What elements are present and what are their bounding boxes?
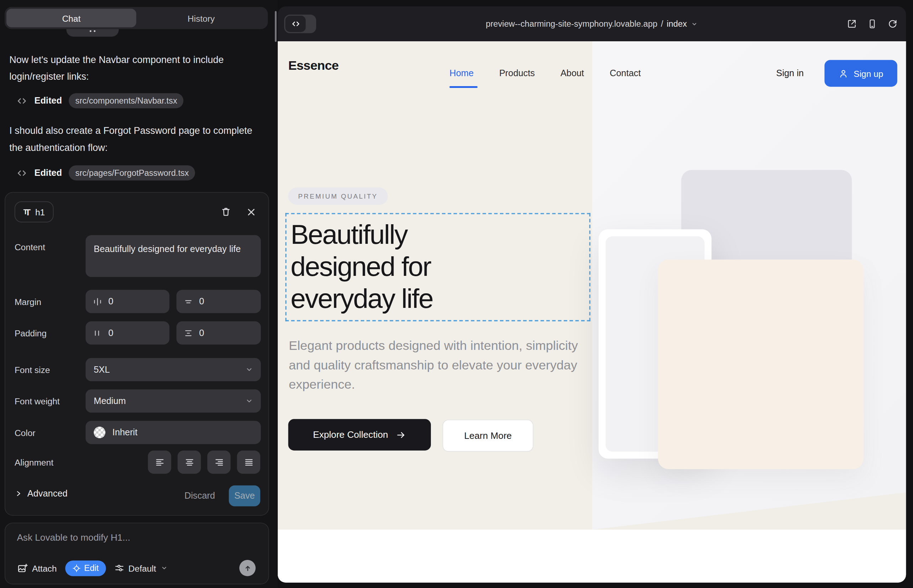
align-left-button[interactable]	[148, 451, 171, 474]
margin-y-input[interactable]: 0	[176, 290, 261, 313]
site-preview: Essence Home Products About Contact Sign…	[278, 41, 906, 583]
target-icon	[72, 564, 81, 573]
site-nav: Home Products About Contact	[449, 68, 641, 78]
sign-in-link[interactable]: Sign in	[776, 68, 804, 78]
url-separator: /	[661, 19, 664, 29]
color-label: Color	[15, 428, 36, 438]
chevron-right-icon	[15, 489, 23, 498]
user-icon	[839, 68, 848, 78]
url-page: index	[667, 19, 687, 29]
hero-image-placeholder-beige	[658, 260, 863, 469]
image-plus-icon	[17, 562, 28, 573]
font-weight-value: Medium	[94, 396, 126, 406]
hero-paragraph: Elegant products designed with intention…	[289, 336, 580, 394]
chat-panel: Chat History Now let's update the Navbar…	[0, 0, 278, 588]
site-logo[interactable]: Essence	[288, 58, 338, 74]
padding-x-input[interactable]: 0	[86, 321, 169, 344]
margin-x-value: 0	[108, 296, 113, 307]
content-label: Content	[15, 242, 45, 252]
url-host: preview--charming-site-symphony.lovable.…	[486, 19, 657, 29]
nav-link-home[interactable]: Home	[449, 68, 474, 78]
send-button[interactable]	[239, 560, 256, 576]
chat-history-tabs: Chat History	[5, 7, 268, 29]
tab-chat[interactable]: Chat	[6, 9, 136, 27]
font-weight-select[interactable]: Medium	[86, 389, 261, 412]
element-tag-name: h1	[35, 207, 45, 217]
margin-vertical-icon	[183, 297, 193, 307]
chat-scrollbar[interactable]	[275, 11, 277, 42]
font-size-label: Font size	[15, 365, 50, 375]
margin-horizontal-icon	[92, 297, 102, 307]
open-external-icon[interactable]	[847, 18, 857, 29]
chevron-down-icon	[244, 365, 254, 374]
chevron-down-icon	[690, 20, 698, 27]
edited-file-row[interactable]: Edited src/pages/ForgotPassword.tsx	[16, 165, 196, 181]
explore-collection-button[interactable]: Explore Collection	[288, 419, 431, 450]
assistant-message: I should also create a Forgot Password p…	[9, 122, 263, 156]
previous-message-bubble	[66, 29, 118, 37]
margin-label: Margin	[15, 297, 41, 307]
mode-select[interactable]: Default	[114, 563, 168, 573]
url-bar[interactable]: preview--charming-site-symphony.lovable.…	[278, 6, 906, 41]
code-icon	[16, 167, 28, 178]
mobile-view-icon[interactable]	[867, 18, 877, 29]
nav-link-contact[interactable]: Contact	[610, 68, 641, 78]
preview-window: preview--charming-site-symphony.lovable.…	[278, 6, 906, 583]
discard-button[interactable]: Discard	[180, 491, 220, 501]
advanced-label: Advanced	[28, 488, 68, 499]
chevron-down-icon	[160, 564, 168, 572]
edited-file-row[interactable]: Edited src/components/Navbar.tsx	[16, 93, 184, 108]
advanced-toggle[interactable]: Advanced	[15, 488, 68, 499]
element-tag-pill[interactable]: TT h1	[15, 202, 54, 223]
color-select[interactable]: Inherit	[86, 421, 261, 444]
nav-link-products[interactable]: Products	[499, 68, 535, 78]
nav-link-about[interactable]: About	[560, 68, 584, 78]
align-right-button[interactable]	[207, 451, 230, 474]
edited-label: Edited	[34, 95, 62, 106]
file-chip[interactable]: src/pages/ForgotPassword.tsx	[69, 165, 196, 181]
lovable-app: Chat History Now let's update the Navbar…	[0, 0, 913, 588]
tab-history[interactable]: History	[136, 9, 266, 27]
margin-x-input[interactable]: 0	[86, 290, 169, 313]
save-button[interactable]: Save	[229, 486, 260, 507]
attach-label: Attach	[32, 563, 57, 573]
element-editor-panel: TT h1 Content Beautifully designed for e…	[5, 192, 269, 516]
sliders-icon	[114, 563, 124, 573]
chat-composer[interactable]: Ask Lovable to modify H1... Attach Edit	[5, 522, 269, 584]
premium-quality-badge: PREMIUM QUALITY	[288, 187, 387, 205]
arrow-up-icon	[243, 564, 252, 573]
padding-horizontal-icon	[92, 328, 102, 338]
font-size-select[interactable]: 5XL	[86, 358, 261, 381]
align-justify-button[interactable]	[237, 451, 260, 474]
padding-y-value: 0	[199, 328, 204, 338]
learn-more-button[interactable]: Learn More	[443, 420, 533, 452]
edit-mode-button[interactable]: Edit	[65, 560, 105, 576]
edited-label: Edited	[34, 168, 62, 178]
mode-label: Default	[129, 563, 156, 573]
composer-placeholder[interactable]: Ask Lovable to modify H1...	[17, 533, 130, 543]
font-size-value: 5XL	[94, 365, 110, 375]
margin-y-value: 0	[199, 296, 204, 307]
delete-element-button[interactable]	[219, 205, 232, 218]
padding-vertical-icon	[183, 328, 193, 338]
hero-heading[interactable]: Beautifully designed for everyday life	[291, 218, 433, 314]
content-input[interactable]: Beautifully designed for everyday life	[86, 235, 261, 277]
close-editor-button[interactable]	[244, 205, 257, 218]
arrow-right-icon	[396, 430, 406, 440]
sign-up-label: Sign up	[853, 68, 883, 78]
padding-label: Padding	[15, 328, 47, 338]
color-swatch	[94, 427, 105, 438]
chevron-down-icon	[244, 396, 254, 406]
alignment-label: Alignment	[15, 457, 53, 467]
padding-y-input[interactable]: 0	[176, 321, 261, 344]
sign-up-button[interactable]: Sign up	[824, 60, 897, 87]
attach-button[interactable]: Attach	[17, 562, 57, 573]
align-center-button[interactable]	[178, 451, 201, 474]
file-chip[interactable]: src/components/Navbar.tsx	[69, 93, 184, 108]
padding-x-value: 0	[108, 328, 113, 338]
assistant-message: Now let's update the Navbar component to…	[9, 51, 263, 85]
h1-selection-outline[interactable]: Beautifully designed for everyday life	[285, 213, 590, 321]
type-icon: TT	[23, 207, 30, 217]
font-weight-label: Font weight	[15, 396, 60, 407]
refresh-icon[interactable]	[887, 18, 898, 29]
